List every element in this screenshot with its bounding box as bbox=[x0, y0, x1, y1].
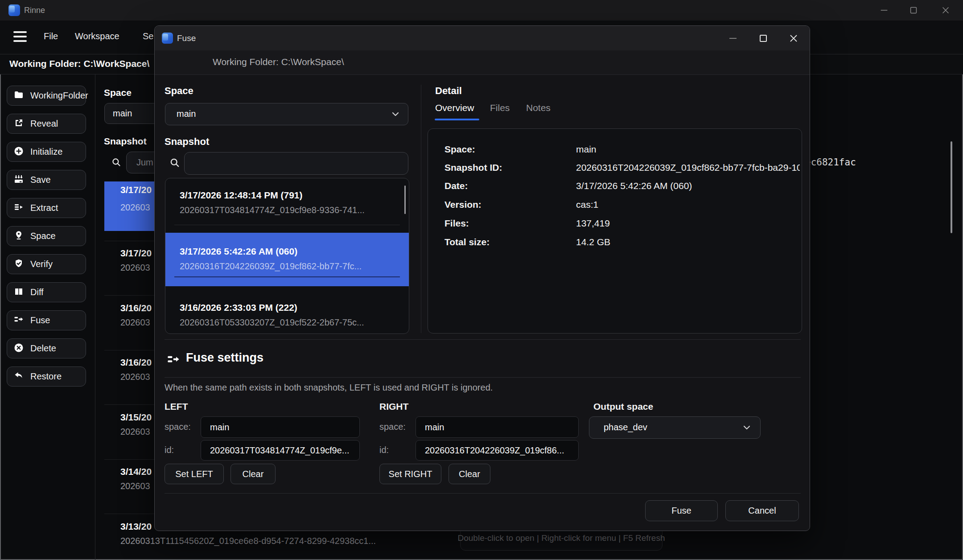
detail-field-value: cas:1 bbox=[576, 199, 598, 210]
maximize-button[interactable] bbox=[899, 0, 928, 21]
right-id-value: 20260316T204226039Z_019cf86... bbox=[425, 445, 564, 456]
plus-circle-icon bbox=[13, 146, 24, 158]
dialog-snapshot-heading: Snapshot bbox=[165, 136, 209, 148]
snapshot-row-id: 202603 bbox=[120, 481, 150, 491]
sidebar-item-diff[interactable]: Diff bbox=[7, 282, 86, 302]
sidebar-item-restore[interactable]: Restore bbox=[7, 366, 86, 387]
merge-icon bbox=[13, 314, 24, 327]
snapshot-row-date: 3/16/20 bbox=[120, 303, 152, 313]
dialog-close-button[interactable] bbox=[779, 26, 808, 50]
minimize-button[interactable] bbox=[869, 0, 899, 21]
tab-overview[interactable]: Overview bbox=[435, 103, 474, 113]
divider bbox=[174, 225, 400, 225]
menu-item-truncated[interactable]: Se bbox=[143, 31, 153, 41]
dialog-title-bar: Fuse bbox=[155, 26, 810, 50]
tab-files[interactable]: Files bbox=[490, 103, 510, 113]
sidebar-item-label: Reveal bbox=[30, 119, 58, 129]
dialog-minimize-button[interactable] bbox=[719, 26, 747, 50]
main-title-bar: Rinne bbox=[0, 0, 963, 21]
list-item-id: 20260316T053303207Z_019cf522-2b67-75c... bbox=[180, 317, 364, 328]
sidebar-item-label: Delete bbox=[30, 343, 56, 354]
list-item-date: 3/16/2026 2:33:03 PM (222) bbox=[180, 302, 297, 313]
search-icon bbox=[111, 156, 122, 170]
left-clear-button[interactable]: Clear bbox=[230, 464, 276, 484]
sidebar-item-verify[interactable]: Verify bbox=[7, 254, 86, 274]
close-button[interactable] bbox=[928, 0, 963, 21]
list-item[interactable]: 3/17/2026 12:48:14 PM (791) 20260317T034… bbox=[165, 178, 409, 233]
right-clear-button[interactable]: Clear bbox=[449, 464, 490, 484]
reveal-icon bbox=[13, 118, 24, 130]
detail-field-value: 3/17/2026 5:42:26 AM (060) bbox=[576, 181, 692, 191]
sidebar-item-initialize[interactable]: Initialize bbox=[7, 142, 86, 162]
sidebar-item-delete[interactable]: Delete bbox=[7, 338, 86, 358]
detail-field-label: Files: bbox=[444, 218, 469, 229]
main-scrollbar-thumb[interactable] bbox=[951, 141, 952, 233]
detail-field-label: Date: bbox=[444, 181, 468, 191]
right-space-value: main bbox=[425, 422, 444, 432]
list-scrollbar-thumb[interactable] bbox=[404, 185, 406, 214]
sidebar-item-workingfolder[interactable]: WorkingFolder bbox=[7, 86, 86, 106]
set-right-button[interactable]: Set RIGHT bbox=[379, 464, 441, 484]
map-pin-icon bbox=[13, 230, 24, 243]
set-left-button[interactable]: Set LEFT bbox=[165, 464, 224, 484]
left-space-field[interactable]: main bbox=[201, 416, 360, 438]
left-clear-label: Clear bbox=[243, 469, 264, 479]
dialog-space-select-value: main bbox=[177, 109, 196, 119]
fuse-settings-heading: Fuse settings bbox=[186, 351, 263, 365]
snapshot-row-id: 202603 bbox=[120, 263, 150, 273]
list-item[interactable]: 3/16/2026 2:33:03 PM (222) 20260316T0533… bbox=[165, 286, 409, 334]
fuse-button-label: Fuse bbox=[671, 506, 691, 516]
snapshot-row-date: 3/16/20 bbox=[120, 357, 152, 368]
right-id-label: id: bbox=[379, 445, 389, 455]
sidebar-item-label: Space bbox=[30, 231, 56, 241]
right-space-label: space: bbox=[379, 422, 406, 432]
sidebar-item-label: Extract bbox=[30, 203, 58, 213]
shield-check-icon bbox=[13, 258, 24, 271]
snapshot-row-date: 3/17/20 bbox=[120, 248, 152, 259]
snapshot-row-id: 202603 bbox=[120, 372, 150, 382]
sidebar-item-space[interactable]: Space bbox=[7, 226, 86, 246]
tab-notes[interactable]: Notes bbox=[526, 103, 551, 113]
sidebar-item-fuse[interactable]: Fuse bbox=[7, 310, 86, 330]
sidebar-item-extract[interactable]: Extract bbox=[7, 198, 86, 218]
search-icon bbox=[169, 156, 181, 171]
hash-text: ec6821fac bbox=[805, 157, 856, 168]
bg-space-select-value: main bbox=[113, 108, 132, 119]
list-item-selected[interactable]: 3/17/2026 5:42:26 AM (060) 20260316T2042… bbox=[165, 233, 409, 286]
set-right-label: Set RIGHT bbox=[389, 469, 432, 479]
snapshot-row-id: 202603 bbox=[120, 202, 150, 213]
left-id-value: 20260317T034814774Z_019cf9e... bbox=[210, 445, 350, 456]
undo-icon bbox=[13, 371, 24, 383]
right-space-field[interactable]: main bbox=[416, 416, 579, 438]
hamburger-icon[interactable] bbox=[13, 31, 28, 43]
detail-heading: Detail bbox=[435, 85, 462, 97]
left-space-label: space: bbox=[165, 422, 191, 432]
right-id-field[interactable]: 20260316T204226039Z_019cf86... bbox=[416, 440, 579, 461]
dialog-space-select[interactable]: main bbox=[165, 103, 408, 125]
circle-x-icon bbox=[13, 342, 24, 355]
snapshot-row-date: 3/17/20 bbox=[120, 185, 152, 195]
dialog-maximize-button[interactable] bbox=[749, 26, 778, 50]
menu-item-file[interactable]: File bbox=[44, 31, 58, 41]
chevron-down-icon bbox=[741, 422, 752, 435]
fuse-button[interactable]: Fuse bbox=[645, 500, 718, 521]
sidebar-item-label: Verify bbox=[30, 259, 53, 269]
snapshot-row-id: 202603 bbox=[120, 427, 150, 437]
list-item-date: 3/17/2026 12:48:14 PM (791) bbox=[180, 190, 303, 201]
working-folder-label: Working Folder: C:\WorkSpace\ bbox=[9, 58, 149, 69]
detail-overview-panel: Space: main Snapshot ID: 20260316T204226… bbox=[428, 128, 802, 334]
sidebar-item-label: Save bbox=[30, 175, 51, 185]
list-item-id: 20260316T204226039Z_019cf862-bb77-7fc... bbox=[180, 261, 362, 272]
divider bbox=[165, 493, 801, 494]
bg-space-heading: Space bbox=[104, 87, 132, 98]
output-space-select[interactable]: phase_dev bbox=[589, 416, 761, 439]
menu-item-workspace[interactable]: Workspace bbox=[75, 31, 119, 41]
cancel-button[interactable]: Cancel bbox=[725, 500, 799, 521]
left-id-field[interactable]: 20260317T034814774Z_019cf9e... bbox=[201, 440, 360, 461]
dialog-search-input[interactable] bbox=[184, 152, 408, 175]
divider bbox=[165, 339, 801, 340]
sidebar-item-save[interactable]: Save bbox=[7, 170, 86, 190]
sidebar-item-reveal[interactable]: Reveal bbox=[7, 114, 86, 134]
snapshot-row-date: 3/14/20 bbox=[120, 466, 152, 477]
snapshot-row-id: 202603 bbox=[120, 317, 150, 328]
